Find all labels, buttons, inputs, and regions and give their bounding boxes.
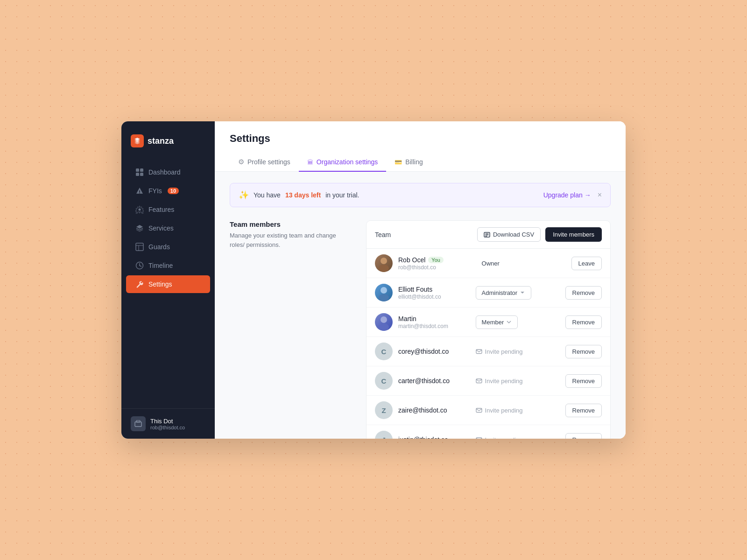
- sidebar-item-fyis[interactable]: FYIs 10: [126, 182, 210, 200]
- alert-icon: [135, 187, 144, 195]
- footer-email: rob@thisdot.co: [150, 425, 205, 430]
- member-avatar: C: [375, 372, 393, 390]
- member-info: Rob Ocel You rob@thisdot.co: [398, 256, 482, 271]
- member-avatar: Z: [375, 401, 393, 419]
- download-csv-button[interactable]: Download CSV: [477, 227, 541, 242]
- member-email: martin@thisdot.com: [398, 323, 476, 329]
- member-avatar: J: [375, 431, 393, 439]
- team-table-actions: Download CSV Invite members: [477, 227, 602, 242]
- tab-label-org: Organization settings: [317, 158, 378, 166]
- footer-info: This Dot rob@thisdot.co: [150, 418, 205, 430]
- profile-settings-tab-icon: ⚙: [238, 158, 244, 166]
- member-avatar: [375, 284, 393, 301]
- fyis-badge: 10: [168, 188, 179, 194]
- table-icon: [135, 243, 144, 251]
- remove-button[interactable]: Remove: [565, 315, 602, 329]
- svg-rect-8: [136, 243, 143, 251]
- sidebar-item-services[interactable]: Services: [126, 219, 210, 237]
- svg-rect-15: [136, 420, 140, 422]
- layers-icon: [135, 224, 144, 232]
- trial-days: 13 days left: [285, 191, 321, 199]
- member-role: Owner: [482, 260, 566, 267]
- member-name: justin@thisdot.co: [398, 436, 476, 439]
- member-name: Rob Ocel You: [398, 256, 482, 264]
- member-name: Martin: [398, 315, 476, 322]
- member-email: rob@thisdot.co: [398, 264, 482, 271]
- main-header: Settings ⚙ Profile settings 🏛 Organizati…: [215, 121, 626, 172]
- svg-point-24: [381, 316, 387, 323]
- svg-point-20: [381, 258, 387, 264]
- trial-right: Upgrade plan → ×: [543, 191, 602, 199]
- table-row: Rob Ocel You rob@thisdot.co Owner Leave: [366, 249, 610, 278]
- invite-pending-status: Invite pending: [476, 378, 523, 385]
- banner-close-button[interactable]: ×: [598, 191, 602, 199]
- main-body: ✨ You have 13 days left in your trial. U…: [215, 172, 626, 439]
- member-role: Invite pending: [476, 407, 560, 414]
- chevron-down-icon: [506, 319, 512, 325]
- team-members-section: Team members Manage your existing team a…: [230, 220, 611, 439]
- org-settings-tab-icon: 🏛: [307, 159, 313, 166]
- svg-point-21: [379, 265, 389, 272]
- member-action: Remove: [565, 286, 602, 300]
- member-name: Elliott Fouts: [398, 286, 476, 293]
- team-table-header: Team Download CSV: [366, 221, 610, 249]
- role-select[interactable]: Administrator: [476, 286, 532, 300]
- sidebar-nav: Dashboard FYIs 10 Features: [121, 159, 215, 408]
- member-name: zaire@thisdot.co: [398, 406, 476, 414]
- member-info: corey@thisdot.co: [398, 348, 476, 355]
- sidebar-item-dashboard[interactable]: Dashboard: [126, 163, 210, 181]
- member-name: corey@thisdot.co: [398, 348, 476, 355]
- trial-message: ✨ You have 13 days left in your trial.: [239, 190, 359, 200]
- member-info: justin@thisdot.co: [398, 436, 476, 439]
- wrench-icon: [135, 280, 144, 288]
- mail-icon: [476, 378, 482, 384]
- role-select[interactable]: Member: [476, 315, 518, 329]
- tab-billing[interactable]: 💳 Billing: [386, 153, 431, 172]
- svg-line-13: [140, 266, 141, 266]
- svg-rect-2: [140, 168, 143, 172]
- sidebar-item-settings[interactable]: Settings: [126, 275, 210, 293]
- pending-invite-rows: C corey@thisdot.co Invite pending Remove…: [366, 337, 610, 439]
- table-row: C carter@thisdot.co Invite pending Remov…: [366, 366, 610, 396]
- mail-icon: [476, 348, 482, 355]
- team-members-table: Team Download CSV: [366, 220, 611, 439]
- invite-members-button[interactable]: Invite members: [545, 227, 602, 242]
- member-action: Remove: [565, 374, 602, 388]
- sidebar-item-features[interactable]: Features: [126, 201, 210, 218]
- nav-label-settings: Settings: [148, 280, 172, 288]
- nav-label-timeline: Timeline: [148, 262, 173, 269]
- svg-rect-1: [136, 168, 139, 172]
- svg-point-22: [381, 287, 387, 294]
- member-action: Leave: [571, 257, 602, 270]
- table-row: Martin martin@thisdot.com Member Remove: [366, 308, 610, 337]
- team-members-section-info: Team members Manage your existing team a…: [230, 220, 351, 439]
- table-row: Z zaire@thisdot.co Invite pending Remove: [366, 396, 610, 425]
- leave-button[interactable]: Leave: [571, 257, 602, 270]
- tab-label-billing: Billing: [405, 158, 423, 166]
- svg-rect-4: [140, 173, 143, 176]
- tab-profile-settings[interactable]: ⚙ Profile settings: [230, 153, 299, 172]
- billing-tab-icon: 💳: [395, 159, 402, 166]
- remove-button[interactable]: Remove: [565, 286, 602, 300]
- tab-organization-settings[interactable]: 🏛 Organization settings: [299, 153, 387, 172]
- remove-button[interactable]: Remove: [565, 433, 602, 439]
- member-role: Invite pending: [476, 348, 560, 355]
- upgrade-plan-link[interactable]: Upgrade plan →: [543, 191, 591, 199]
- remove-button[interactable]: Remove: [565, 374, 602, 388]
- svg-point-6: [139, 193, 140, 194]
- svg-point-25: [379, 323, 389, 331]
- member-name: carter@thisdot.co: [398, 377, 476, 385]
- nav-label-services: Services: [148, 224, 174, 232]
- remove-button[interactable]: Remove: [565, 345, 602, 358]
- remove-button[interactable]: Remove: [565, 404, 602, 417]
- member-avatar: C: [375, 343, 393, 360]
- member-info: Martin martin@thisdot.com: [398, 315, 476, 329]
- member-info: zaire@thisdot.co: [398, 406, 476, 414]
- sidebar-item-guards[interactable]: Guards: [126, 238, 210, 256]
- tab-label-profile: Profile settings: [247, 158, 290, 166]
- footer-org-name: This Dot: [150, 418, 205, 425]
- app-window: stanza Dashboard FYIs: [121, 121, 626, 439]
- chevron-down-icon: [520, 290, 525, 295]
- sidebar-item-timeline[interactable]: Timeline: [126, 257, 210, 274]
- svg-point-7: [139, 209, 141, 211]
